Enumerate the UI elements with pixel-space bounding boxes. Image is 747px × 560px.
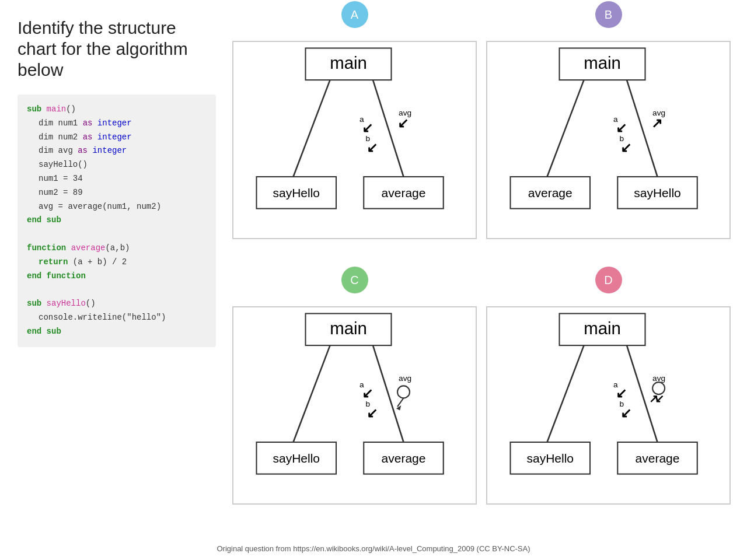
code-line-blank1 [27,228,207,242]
code-line-14: console.writeline("hello") [27,311,207,325]
code-line-6: num1 = 34 [27,172,207,186]
code-line-9: end sub [27,214,207,228]
option-a: main a ↙ b ↙ avg [232,41,477,239]
code-line-10: function average(a,b) [27,242,207,256]
svg-marker-39 [396,405,401,410]
svg-text:↙: ↙ [367,140,378,155]
svg-text:average: average [636,452,680,465]
svg-line-30 [294,345,330,442]
option-d: main a ↙ b ↙ avg ↗ ↙ [486,306,731,505]
svg-text:↙: ↙ [397,116,409,131]
option-b-container: B main a ↙ b ↙ avg ↗ [481,18,735,283]
svg-text:↙: ↙ [367,405,378,421]
code-block: sub main() dim num1 as integer dim num2 … [18,94,216,347]
option-c-label: C [341,267,368,293]
code-line-5: sayHello() [27,158,207,172]
code-line-13: sub sayHello() [27,297,207,311]
svg-text:↙: ↙ [655,393,664,405]
option-d-container: D main a ↙ b ↙ avg [481,283,735,548]
svg-text:avg: avg [652,374,665,383]
option-c-svg: main a ↙ b ↙ avg sayHello [233,307,476,503]
code-line-7: num2 = 89 [27,186,207,200]
svg-text:↙: ↙ [621,140,632,155]
svg-text:average: average [528,186,573,200]
left-panel: Identify the structure chart for the alg… [18,18,228,548]
svg-text:average: average [382,186,426,200]
svg-text:sayHello: sayHello [526,452,574,465]
svg-text:sayHello: sayHello [634,186,681,200]
option-a-svg: main a ↙ b ↙ avg [233,42,476,238]
option-a-container: A main a ↙ b [228,18,481,283]
svg-text:main: main [584,53,621,72]
svg-text:main: main [330,53,367,72]
svg-line-16 [547,80,584,177]
option-d-svg: main a ↙ b ↙ avg ↗ ↙ [487,307,729,503]
svg-text:↙: ↙ [616,386,627,401]
code-line-3: dim num2 as integer [27,131,207,145]
option-c: main a ↙ b ↙ avg sayHello [232,306,477,505]
svg-text:↙: ↙ [616,120,627,135]
svg-text:↙: ↙ [621,405,632,421]
code-line-12: end function [27,270,207,284]
svg-text:sayHello: sayHello [273,186,320,200]
svg-line-2 [294,80,330,177]
svg-line-38 [397,398,404,407]
option-b: main a ↙ b ↙ avg ↗ average [486,41,731,239]
option-c-container: C main a ↙ b ↙ avg [228,283,481,548]
svg-text:↗: ↗ [651,116,662,131]
right-panel: A main a ↙ b [228,18,735,548]
footer: Original question from https://en.wikibo… [0,544,747,553]
option-b-label: B [595,1,622,28]
code-line-4: dim avg as integer [27,144,207,158]
option-a-label: A [341,1,368,28]
question-text: Identify the structure chart for the alg… [18,18,216,80]
code-line-2: dim num1 as integer [27,117,207,131]
svg-text:sayHello: sayHello [273,452,320,465]
option-d-label: D [595,267,622,293]
svg-line-46 [547,345,584,442]
svg-text:main: main [330,318,367,338]
code-line-1: sub main() [27,103,207,117]
svg-text:main: main [584,318,621,338]
svg-text:avg: avg [399,374,411,383]
svg-text:↙: ↙ [362,386,373,401]
code-line-15: end sub [27,325,207,339]
code-line-8: avg = average(num1, num2) [27,200,207,214]
code-line-11: return (a + b) / 2 [27,256,207,270]
option-b-svg: main a ↙ b ↙ avg ↗ average [487,42,729,238]
svg-text:↙: ↙ [362,120,373,135]
code-line-blank2 [27,283,207,297]
svg-text:average: average [382,452,426,465]
svg-point-37 [397,386,410,398]
